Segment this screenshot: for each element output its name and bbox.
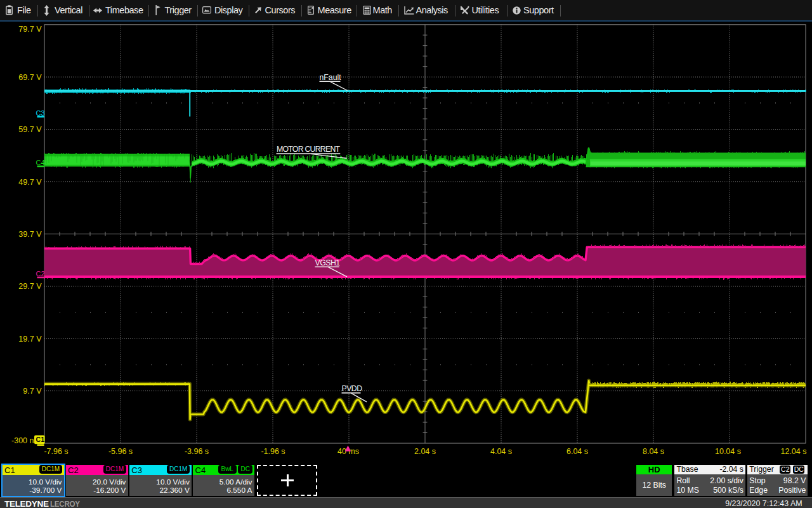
svg-text:C4: C4: [36, 159, 45, 166]
svg-text:C3: C3: [36, 109, 45, 117]
svg-text:6.04 s: 6.04 s: [566, 447, 588, 456]
svg-text:49.7 V: 49.7 V: [18, 178, 42, 187]
svg-text:39.7 V: 39.7 V: [18, 230, 42, 239]
svg-text:9.7 V: 9.7 V: [23, 387, 42, 396]
svg-text:12.04 s: 12.04 s: [780, 447, 806, 456]
svg-text:10.04 s: 10.04 s: [715, 447, 741, 456]
svg-text:8.04 s: 8.04 s: [643, 447, 664, 456]
svg-text:69.7 V: 69.7 V: [18, 73, 42, 82]
svg-text:nFault: nFault: [320, 73, 342, 82]
svg-text:C2: C2: [36, 270, 45, 277]
svg-text:-300 n: -300 n: [11, 436, 34, 445]
svg-text:79.7 V: 79.7 V: [18, 25, 42, 34]
svg-text:-3.96 s: -3.96 s: [185, 447, 209, 456]
svg-text:-5.96 s: -5.96 s: [108, 447, 133, 456]
svg-text:MOTOR CURRENT: MOTOR CURRENT: [277, 145, 341, 154]
svg-text:-7.96 s: -7.96 s: [44, 447, 68, 456]
svg-text:PVDD: PVDD: [342, 384, 363, 393]
svg-text:19.7 V: 19.7 V: [18, 335, 42, 344]
svg-text:4.04 s: 4.04 s: [490, 447, 512, 456]
svg-text:C1: C1: [36, 436, 45, 443]
svg-text:29.7 V: 29.7 V: [18, 282, 42, 291]
svg-text:59.7 V: 59.7 V: [18, 125, 42, 134]
svg-text:VGSH1: VGSH1: [315, 258, 341, 267]
svg-text:-1.96 s: -1.96 s: [261, 447, 285, 456]
svg-text:2.04 s: 2.04 s: [414, 447, 436, 456]
